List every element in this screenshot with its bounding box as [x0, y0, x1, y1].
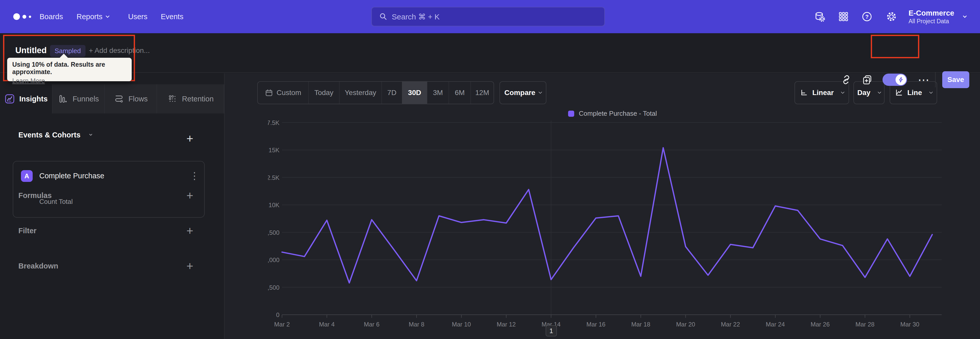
- chevron-down-icon: [963, 14, 967, 18]
- more-options-button[interactable]: ⋯: [916, 72, 932, 88]
- range-today-label: Today: [314, 89, 334, 97]
- legend-label: Complete Purchase - Total: [579, 110, 657, 118]
- nav-link-events[interactable]: Events: [161, 0, 183, 33]
- svg-text:12.5K: 12.5K: [268, 174, 280, 181]
- svg-text:Mar 4: Mar 4: [319, 321, 334, 328]
- funnels-icon: [58, 93, 68, 104]
- chart-legend[interactable]: Complete Purchase - Total: [268, 110, 957, 118]
- svg-text:10K: 10K: [269, 201, 280, 208]
- section-filter: Filter: [18, 227, 37, 235]
- svg-text:0: 0: [276, 312, 280, 318]
- svg-text:2,500: 2,500: [268, 284, 280, 291]
- interval-label: Day: [857, 89, 870, 97]
- tab-funnels-label: Funnels: [73, 95, 99, 103]
- svg-text:Mar 12: Mar 12: [496, 321, 516, 328]
- search-input[interactable]: Search ⌘ + K: [371, 7, 605, 26]
- chevron-down-icon: [841, 90, 845, 94]
- nav-link-reports-label: Reports: [76, 13, 103, 21]
- project-name: E-Commerce: [908, 8, 954, 18]
- page-number-button[interactable]: 1: [546, 325, 557, 336]
- svg-text:5,000: 5,000: [268, 256, 280, 263]
- report-tabs: Insights Funnels Flows: [0, 84, 224, 114]
- range-6m[interactable]: 6M: [449, 82, 471, 104]
- range-3m[interactable]: 3M: [427, 82, 449, 104]
- compare-label: Compare: [504, 89, 535, 97]
- section-formulas: Formulas: [18, 191, 52, 200]
- chevron-down-icon: [89, 133, 92, 136]
- duplicate-icon[interactable]: [859, 72, 875, 87]
- svg-text:Mar 2: Mar 2: [274, 321, 290, 328]
- chevron-down-icon: [538, 90, 542, 94]
- apps-grid-icon[interactable]: [838, 0, 850, 33]
- svg-text:Mar 18: Mar 18: [631, 321, 650, 328]
- chart-type-label: Line: [907, 89, 922, 97]
- events-cohorts-label: Events & Cohorts: [18, 131, 80, 139]
- range-custom[interactable]: Custom: [258, 82, 309, 104]
- compare-dropdown[interactable]: Compare: [500, 81, 546, 104]
- range-yesterday[interactable]: Yesterday: [339, 82, 382, 104]
- calendar-icon: [265, 89, 273, 97]
- logo-dot-large: [13, 13, 20, 20]
- range-12m[interactable]: 12M: [471, 82, 493, 104]
- header-divider: [935, 72, 935, 87]
- svg-text:Mar 30: Mar 30: [900, 321, 920, 328]
- linear-scale-icon: [800, 88, 808, 97]
- svg-text:Mar 26: Mar 26: [811, 321, 830, 328]
- add-formula-button[interactable]: +: [182, 188, 197, 203]
- nav-link-users[interactable]: Users: [128, 0, 148, 33]
- nav-link-events-label: Events: [161, 13, 183, 21]
- mixpanel-logo-icon[interactable]: [13, 0, 31, 33]
- settings-gear-icon[interactable]: [885, 0, 898, 33]
- range-7d[interactable]: 7D: [382, 82, 402, 104]
- svg-text:Mar 8: Mar 8: [409, 321, 424, 328]
- tab-flows[interactable]: Flows: [105, 84, 157, 114]
- search-placeholder: Search ⌘ + K: [392, 12, 440, 21]
- tab-flows-label: Flows: [128, 95, 148, 103]
- tooltip-text: Using 10% of data. Results are approxima…: [12, 61, 127, 76]
- retention-icon: [167, 93, 178, 104]
- svg-text:Mar 22: Mar 22: [721, 321, 740, 328]
- query-builder-sidebar: Insights Funnels Flows: [0, 73, 224, 339]
- data-management-icon[interactable]: [814, 0, 825, 33]
- svg-text:15K: 15K: [269, 147, 280, 154]
- section-breakdown: Breakdown: [18, 262, 58, 270]
- range-today[interactable]: Today: [309, 82, 339, 104]
- range-7d-label: 7D: [387, 89, 396, 97]
- line-chart[interactable]: 02,5005,0007,50010K12.5K15K17.5KMar 2Mar…: [268, 118, 957, 329]
- event-options-kebab[interactable]: ⋮: [189, 169, 200, 183]
- project-switcher[interactable]: E-Commerce All Project Data: [908, 0, 966, 33]
- event-name[interactable]: Complete Purchase: [39, 172, 104, 180]
- chevron-down-icon: [878, 90, 881, 94]
- add-event-button[interactable]: +: [182, 131, 197, 146]
- help-icon[interactable]: ?: [861, 0, 873, 33]
- legend-swatch: [568, 110, 574, 117]
- svg-text:Mar 10: Mar 10: [452, 321, 471, 328]
- nav-link-users-label: Users: [128, 13, 148, 21]
- sampling-toggle[interactable]: [883, 74, 907, 86]
- add-filter-button[interactable]: +: [182, 223, 197, 238]
- event-card[interactable]: A Complete Purchase ⋮ Count Total: [13, 161, 205, 217]
- nav-link-boards[interactable]: Boards: [40, 0, 63, 33]
- tab-retention-label: Retention: [182, 95, 213, 103]
- nav-link-reports[interactable]: Reports: [76, 0, 109, 33]
- sampling-tooltip: Using 10% of data. Results are approxima…: [7, 58, 132, 81]
- add-breakdown-button[interactable]: +: [182, 258, 197, 273]
- events-cohorts-header[interactable]: Events & Cohorts: [18, 131, 92, 139]
- tab-insights-label: Insights: [19, 95, 48, 103]
- save-button[interactable]: Save: [942, 71, 969, 88]
- learn-more-link[interactable]: Learn More: [12, 77, 45, 85]
- copy-link-icon[interactable]: [838, 72, 854, 87]
- date-range-selector: Custom Today Yesterday 7D 30D 3M 6M 12M: [257, 81, 494, 104]
- add-description-field[interactable]: + Add description...: [89, 46, 150, 55]
- report-title[interactable]: Untitled: [15, 45, 47, 55]
- tab-retention[interactable]: Retention: [157, 84, 224, 114]
- range-yesterday-label: Yesterday: [345, 89, 376, 97]
- tab-insights[interactable]: Insights: [0, 84, 52, 114]
- sampled-badge[interactable]: Sampled: [50, 45, 86, 57]
- flows-icon: [114, 93, 124, 104]
- tab-funnels[interactable]: Funnels: [52, 84, 105, 114]
- svg-text:Mar 20: Mar 20: [676, 321, 695, 328]
- search-icon: [379, 12, 388, 21]
- range-30d[interactable]: 30D: [402, 82, 427, 104]
- range-3m-label: 3M: [433, 89, 443, 97]
